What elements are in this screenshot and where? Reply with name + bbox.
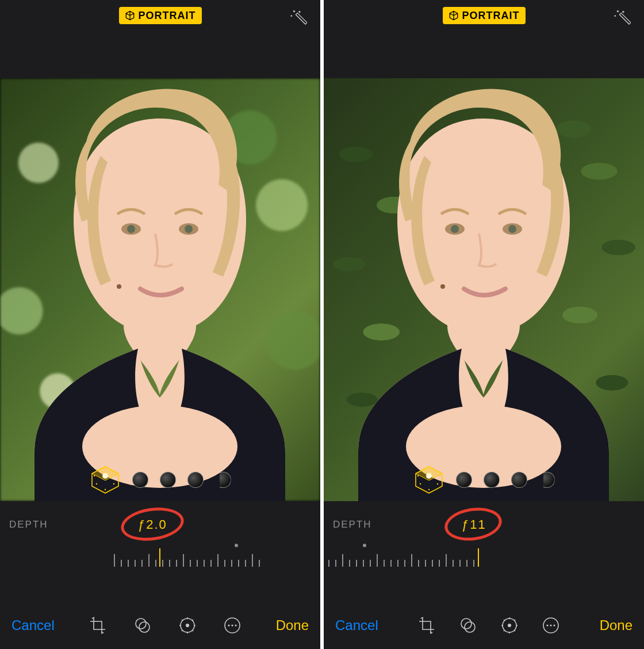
more-button[interactable] <box>222 615 243 636</box>
svg-point-35 <box>428 489 429 490</box>
portrait-badge-label: PORTRAIT <box>139 10 196 22</box>
svg-point-2 <box>127 225 135 233</box>
adjust-button[interactable] <box>177 615 198 636</box>
lighting-stage-mono[interactable] <box>539 472 555 488</box>
photo-preview[interactable] <box>0 78 320 501</box>
lighting-stage[interactable] <box>511 472 527 488</box>
depth-slider[interactable] <box>324 544 644 570</box>
portrait-badge[interactable]: PORTRAIT <box>119 7 202 24</box>
svg-point-30 <box>426 473 432 479</box>
bottom-toolbar: Cancel <box>324 602 644 649</box>
cancel-button[interactable]: Cancel <box>335 617 378 633</box>
photo-subject <box>0 78 320 501</box>
filters-button[interactable] <box>132 615 153 636</box>
lighting-stage[interactable] <box>187 472 204 488</box>
adjust-icon <box>178 616 197 635</box>
wand-icon <box>290 9 307 26</box>
depth-slider[interactable] <box>0 544 320 570</box>
done-button[interactable]: Done <box>600 617 632 633</box>
filters-button[interactable] <box>458 615 478 636</box>
adjust-icon <box>500 616 519 635</box>
photo-preview[interactable] <box>324 78 644 501</box>
crop-rotate-button[interactable] <box>87 615 108 636</box>
slider-origin-dot <box>363 544 366 547</box>
lighting-stage-mono[interactable] <box>215 472 231 488</box>
svg-point-10 <box>115 475 116 476</box>
lighting-studio[interactable] <box>456 472 472 488</box>
svg-point-8 <box>102 473 108 479</box>
crop-rotate-button[interactable] <box>416 615 437 636</box>
lighting-effects-tray[interactable] <box>413 464 555 495</box>
svg-point-9 <box>93 475 94 476</box>
lighting-effects-tray[interactable] <box>90 464 231 495</box>
top-bar: PORTRAIT <box>0 7 320 24</box>
portrait-badge-label: PORTRAIT <box>462 10 520 22</box>
auto-enhance-button[interactable] <box>613 8 631 26</box>
slider-marker[interactable] <box>478 548 479 567</box>
fstop-value: ƒ2.0 <box>138 517 167 532</box>
done-button[interactable]: Done <box>276 617 309 633</box>
depth-label: DEPTH <box>9 519 48 530</box>
depth-label: DEPTH <box>333 519 372 530</box>
filters-icon <box>459 616 477 635</box>
svg-point-33 <box>419 483 420 484</box>
lighting-studio[interactable] <box>132 472 148 488</box>
svg-point-12 <box>113 483 114 484</box>
svg-point-25 <box>508 225 516 233</box>
lighting-natural-cube[interactable] <box>413 464 444 495</box>
tool-group <box>416 615 561 636</box>
svg-point-19 <box>228 624 230 626</box>
screen-right: PORTRAIT <box>324 0 644 649</box>
portrait-badge[interactable]: PORTRAIT <box>443 7 526 24</box>
depth-row: DEPTH ƒ2.0 <box>0 516 320 533</box>
svg-point-43 <box>554 624 555 626</box>
more-icon <box>542 616 560 635</box>
svg-point-4 <box>117 284 121 289</box>
depth-row: DEPTH ƒ11 <box>324 516 644 533</box>
screen-left: PORTRAIT <box>0 0 320 649</box>
slider-origin-dot <box>235 544 238 547</box>
svg-point-34 <box>436 483 438 484</box>
crop-icon <box>417 616 436 635</box>
svg-point-42 <box>550 624 552 626</box>
svg-point-41 <box>547 624 549 626</box>
lighting-contour[interactable] <box>160 472 176 488</box>
top-bar: PORTRAIT <box>324 7 644 24</box>
tool-group <box>87 615 243 636</box>
svg-point-32 <box>439 475 440 476</box>
svg-point-21 <box>235 624 237 626</box>
svg-point-20 <box>232 624 233 626</box>
cube-icon <box>448 10 459 21</box>
crop-icon <box>89 616 107 635</box>
filters-icon <box>133 616 152 635</box>
photo-subject <box>324 78 644 501</box>
svg-point-31 <box>417 475 418 476</box>
slider-ticks <box>328 552 481 567</box>
svg-point-39 <box>508 624 511 627</box>
auto-enhance-button[interactable] <box>289 8 308 26</box>
slider-ticks <box>114 552 267 567</box>
wand-icon <box>614 9 631 26</box>
fstop-value: ƒ11 <box>462 517 486 532</box>
lighting-natural-cube[interactable] <box>90 464 121 495</box>
more-button[interactable] <box>540 615 561 636</box>
slider-marker[interactable] <box>159 548 160 567</box>
lighting-contour[interactable] <box>484 472 500 488</box>
svg-point-3 <box>185 225 193 233</box>
cube-icon <box>125 10 135 21</box>
svg-point-26 <box>440 284 445 289</box>
cancel-button[interactable]: Cancel <box>12 617 55 633</box>
svg-point-17 <box>186 624 189 627</box>
more-icon <box>223 616 241 635</box>
svg-point-13 <box>104 489 105 490</box>
svg-point-24 <box>451 225 459 233</box>
svg-point-11 <box>95 483 97 484</box>
bottom-toolbar: Cancel <box>0 602 320 649</box>
adjust-button[interactable] <box>499 615 520 636</box>
